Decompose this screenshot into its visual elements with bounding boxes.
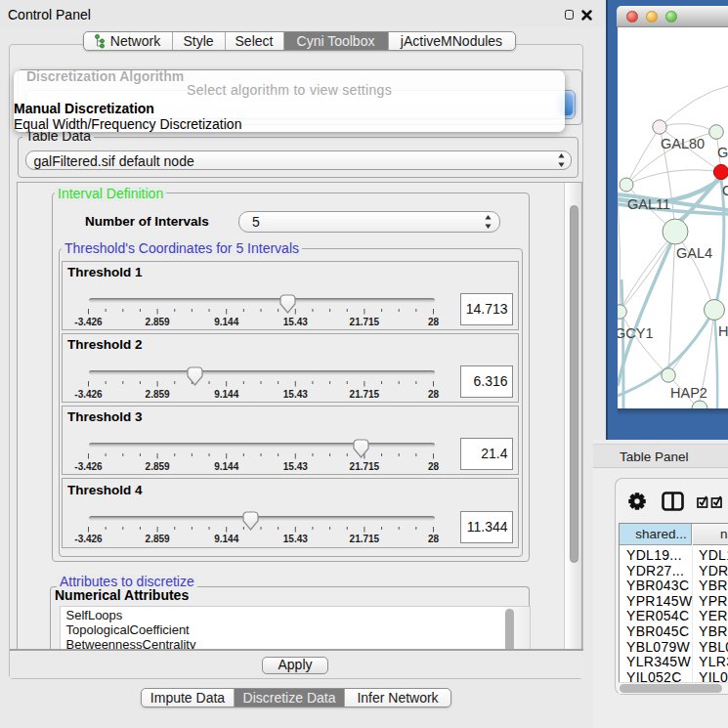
svg-text:GCY1: GCY1 [618,325,654,341]
svg-text:GA: GA [717,145,728,160]
svg-text:H: H [718,323,728,339]
svg-text:C: C [722,183,728,198]
svg-text:GAL11: GAL11 [627,196,670,212]
svg-text:HAP2: HAP2 [670,385,707,401]
svg-text:GAL4: GAL4 [676,245,712,261]
svg-text:GAL80: GAL80 [661,136,705,151]
